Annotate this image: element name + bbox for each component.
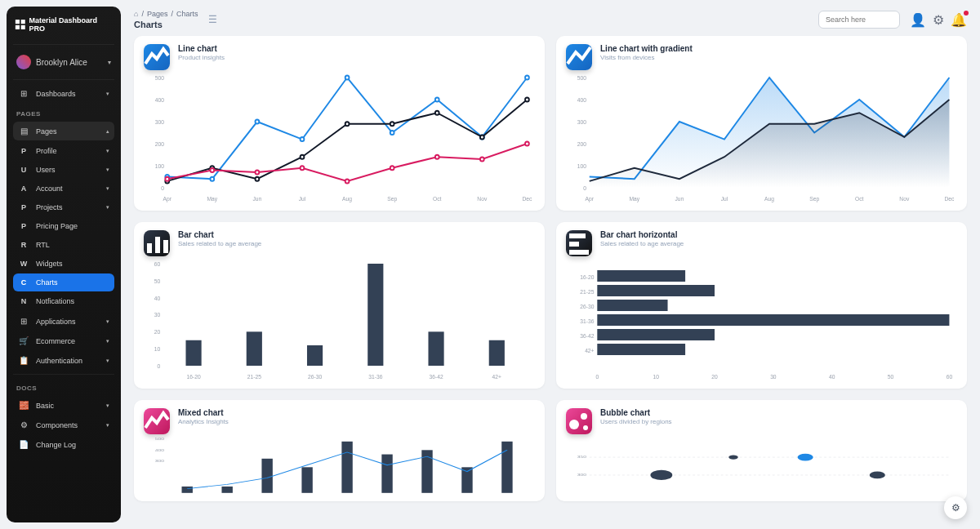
svg-point-27 bbox=[525, 76, 529, 80]
svg-text:500: 500 bbox=[155, 438, 164, 442]
svg-rect-108 bbox=[182, 487, 193, 493]
authentication-icon: 📋 bbox=[18, 356, 29, 365]
sidebar-item-authentication[interactable]: 📋Authentication▾ bbox=[13, 351, 114, 370]
sidebar-item-components[interactable]: ⚙Components▾ bbox=[13, 416, 114, 434]
svg-text:40: 40 bbox=[829, 374, 835, 380]
chevron-up-icon: ▴ bbox=[106, 128, 109, 135]
svg-text:Jul: Jul bbox=[299, 196, 306, 202]
breadcrumb[interactable]: ⌂ / Pages / Charts bbox=[134, 10, 198, 18]
card-subtitle: Sales related to age average bbox=[600, 240, 684, 247]
sidebar-item-pages[interactable]: ▤ Pages ▴ bbox=[13, 122, 114, 140]
chevron-down-icon: ▾ bbox=[106, 148, 109, 154]
svg-rect-75 bbox=[307, 345, 323, 366]
svg-text:42+: 42+ bbox=[585, 348, 594, 353]
svg-point-44 bbox=[480, 157, 484, 161]
svg-point-30 bbox=[256, 177, 260, 181]
sidebar-item-rtl[interactable]: RRTL bbox=[13, 236, 114, 254]
card-subtitle: Users divided by regions bbox=[600, 418, 672, 425]
svg-rect-0 bbox=[16, 20, 20, 24]
settings-fab[interactable]: ⚙ bbox=[944, 496, 967, 519]
svg-text:Jun: Jun bbox=[675, 196, 684, 202]
svg-text:30: 30 bbox=[770, 374, 777, 380]
nav-letter: P bbox=[18, 222, 29, 230]
sidebar-item-dashboards[interactable]: ⊞ Dashboards ▾ bbox=[13, 84, 114, 103]
chevron-down-icon: ▾ bbox=[106, 318, 109, 325]
svg-text:0: 0 bbox=[157, 363, 160, 369]
svg-text:21-25: 21-25 bbox=[247, 374, 261, 380]
svg-text:10: 10 bbox=[653, 374, 659, 380]
trend-icon bbox=[566, 44, 592, 70]
svg-point-45 bbox=[525, 142, 529, 146]
dashboard-icon: ⊞ bbox=[18, 89, 29, 98]
svg-point-126 bbox=[798, 454, 813, 461]
chevron-down-icon: ▾ bbox=[106, 402, 109, 409]
sidebar-item-projects[interactable]: PProjects▾ bbox=[13, 198, 114, 216]
settings-icon[interactable]: ⚙ bbox=[933, 12, 944, 28]
chevron-down-icon: ▾ bbox=[106, 91, 109, 97]
svg-rect-84 bbox=[569, 242, 579, 247]
svg-text:500: 500 bbox=[155, 75, 164, 81]
svg-text:0: 0 bbox=[161, 185, 164, 191]
sidebar-item-change-log[interactable]: 📄Change Log bbox=[13, 435, 114, 454]
svg-rect-113 bbox=[381, 455, 392, 493]
svg-text:200: 200 bbox=[577, 141, 586, 147]
sidebar: Material Dashboard PRO Brooklyn Alice ▾ … bbox=[7, 7, 121, 522]
svg-text:May: May bbox=[629, 196, 639, 202]
svg-text:16-20: 16-20 bbox=[580, 274, 594, 280]
svg-text:Sep: Sep bbox=[809, 196, 819, 202]
svg-rect-116 bbox=[501, 442, 512, 493]
sidebar-item-label: Charts bbox=[36, 278, 109, 287]
breadcrumb-charts[interactable]: Charts bbox=[176, 10, 198, 18]
sidebar-item-pricing-page[interactable]: PPricing Page bbox=[13, 217, 114, 235]
avatar bbox=[16, 55, 31, 69]
svg-point-31 bbox=[301, 155, 305, 159]
brand[interactable]: Material Dashboard PRO bbox=[13, 13, 114, 41]
breadcrumb-pages[interactable]: Pages bbox=[147, 10, 168, 18]
sidebar-item-widgets[interactable]: WWidgets bbox=[13, 255, 114, 273]
svg-text:Oct: Oct bbox=[433, 196, 442, 202]
svg-rect-95 bbox=[597, 285, 715, 296]
sidebar-item-label: Basic bbox=[36, 402, 100, 410]
sidebar-item-applications[interactable]: ⊞Applications▾ bbox=[13, 312, 114, 331]
svg-text:Sep: Sep bbox=[387, 196, 397, 202]
svg-point-33 bbox=[390, 122, 394, 126]
sidebar-item-profile[interactable]: PProfile▾ bbox=[13, 142, 114, 160]
sidebar-item-ecommerce[interactable]: 🛒Ecommerce▾ bbox=[13, 331, 114, 350]
svg-rect-61 bbox=[147, 243, 152, 253]
svg-text:Nov: Nov bbox=[899, 196, 909, 202]
svg-text:200: 200 bbox=[155, 141, 164, 147]
chevron-down-icon: ▾ bbox=[106, 422, 109, 429]
basic-icon: 🧱 bbox=[18, 401, 29, 410]
svg-point-124 bbox=[650, 470, 672, 480]
nav-letter: A bbox=[18, 184, 29, 193]
user-menu[interactable]: Brooklyn Alice ▾ bbox=[13, 48, 114, 76]
sidebar-item-label: Account bbox=[36, 184, 100, 193]
line-chart-icon bbox=[144, 44, 170, 70]
svg-text:60: 60 bbox=[154, 261, 161, 267]
home-icon[interactable]: ⌂ bbox=[134, 10, 138, 18]
svg-point-43 bbox=[435, 155, 439, 159]
svg-rect-93 bbox=[597, 270, 685, 282]
menu-toggle-icon[interactable]: ☰ bbox=[208, 14, 217, 25]
sidebar-item-account[interactable]: AAccount▾ bbox=[13, 180, 114, 198]
svg-text:0: 0 bbox=[595, 374, 599, 380]
notifications-icon[interactable]: 🔔 bbox=[951, 12, 967, 28]
card-title: Mixed chart bbox=[178, 408, 229, 417]
svg-rect-85 bbox=[569, 250, 589, 255]
card-title: Bubble chart bbox=[600, 408, 672, 417]
chevron-down-icon: ▾ bbox=[106, 185, 109, 192]
change log-icon: 📄 bbox=[18, 440, 29, 449]
sidebar-item-charts[interactable]: CCharts bbox=[13, 273, 114, 291]
svg-text:42+: 42+ bbox=[492, 374, 501, 380]
sidebar-item-users[interactable]: UUsers▾ bbox=[13, 161, 114, 179]
account-icon[interactable]: 👤 bbox=[910, 12, 926, 28]
svg-text:Dec: Dec bbox=[944, 196, 954, 202]
svg-point-32 bbox=[345, 122, 350, 126]
svg-point-23 bbox=[345, 76, 350, 80]
svg-text:100: 100 bbox=[577, 163, 586, 169]
search-input[interactable] bbox=[818, 11, 900, 29]
svg-text:31-36: 31-36 bbox=[580, 318, 594, 324]
sidebar-item-label: Change Log bbox=[36, 441, 109, 449]
sidebar-item-basic[interactable]: 🧱Basic▾ bbox=[13, 396, 114, 415]
sidebar-item-notfications[interactable]: NNotfications bbox=[13, 292, 114, 310]
